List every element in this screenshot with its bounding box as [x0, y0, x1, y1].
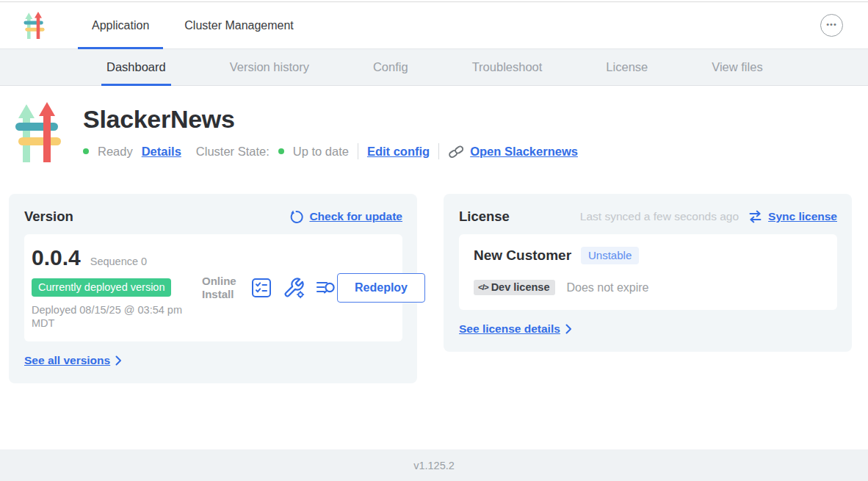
license-card-title: License	[459, 209, 510, 225]
cluster-state-value: Up to date	[293, 145, 349, 159]
primary-tabs: Application Cluster Management	[78, 2, 315, 48]
edit-config-link[interactable]: Edit config	[367, 145, 430, 159]
app-status-row: Ready Details Cluster State: Up to date …	[83, 143, 587, 159]
version-meta: Online Install	[202, 275, 337, 300]
license-type-tag: </> Dev license	[474, 280, 555, 295]
cluster-status-dot	[278, 148, 284, 154]
brand-logo-icon	[23, 2, 46, 48]
deployed-status-badge: Currently deployed version	[32, 278, 171, 297]
license-summary-panel: New Customer Unstable </> Dev license Do…	[459, 234, 837, 310]
divider	[358, 143, 358, 159]
license-type-label: Dev license	[491, 281, 550, 293]
slackernews-logo	[15, 101, 63, 164]
more-menu-button[interactable]: •••	[820, 14, 843, 37]
tab-troubleshoot-label: Troubleshoot	[472, 60, 543, 74]
version-number-row: 0.0.4 Sequence 0	[32, 245, 195, 270]
tab-cluster-management-label: Cluster Management	[184, 19, 294, 32]
code-icon: </>	[478, 283, 488, 292]
license-expiry: Does not expire	[566, 281, 648, 294]
chain-link-icon	[448, 145, 465, 159]
version-card-header: Version Check for update	[24, 209, 402, 225]
refresh-icon	[289, 209, 304, 225]
tab-version-history-label: Version history	[230, 60, 309, 74]
open-app-link-label: Open Slackernews	[470, 145, 578, 159]
application-logo	[15, 101, 63, 167]
footer: v1.125.2	[0, 449, 868, 481]
dashboard-cards: Version Check for update	[0, 194, 868, 383]
check-for-update-link[interactable]: Check for update	[289, 209, 402, 225]
check-for-update-label: Check for update	[309, 210, 402, 223]
open-app-link[interactable]: Open Slackernews	[448, 145, 578, 159]
app-header-text: SlackerNews Ready Details Cluster State:…	[83, 101, 587, 167]
tab-cluster-management[interactable]: Cluster Management	[170, 2, 308, 48]
tab-dashboard-label: Dashboard	[106, 60, 166, 74]
tab-application[interactable]: Application	[78, 2, 163, 48]
see-license-details-link[interactable]: See license details	[459, 322, 572, 336]
tab-license-label: License	[606, 60, 648, 74]
admin-console: Application Cluster Management ••• Dashb…	[0, 0, 868, 481]
page-title: SlackerNews	[83, 105, 587, 134]
deploy-logs-icon[interactable]	[315, 277, 337, 299]
customer-name: New Customer	[474, 247, 571, 264]
app-status-text: Ready	[98, 145, 133, 159]
version-number: 0.0.4	[32, 245, 81, 270]
sync-license-link[interactable]: Sync license	[748, 209, 837, 224]
top-navbar: Application Cluster Management •••	[0, 2, 868, 49]
license-card-actions: Last synced a few seconds ago Sync licen…	[580, 209, 837, 224]
tab-troubleshoot[interactable]: Troubleshoot	[467, 49, 548, 85]
last-synced-text: Last synced a few seconds ago	[580, 210, 739, 223]
edit-config-icon[interactable]	[283, 277, 305, 299]
app-header: SlackerNews Ready Details Cluster State:…	[0, 101, 868, 167]
topnav-spacer	[315, 2, 820, 48]
app-status-dot	[83, 148, 89, 154]
details-link[interactable]: Details	[142, 145, 181, 159]
chevron-right-icon	[565, 324, 572, 334]
ellipsis-icon: •••	[826, 21, 837, 29]
channel-badge: Unstable	[581, 247, 639, 264]
tab-license[interactable]: License	[601, 49, 653, 85]
console-version: v1.125.2	[413, 460, 455, 471]
see-all-versions-label: See all versions	[24, 354, 110, 367]
chevron-right-icon	[115, 355, 122, 366]
preflight-checks-icon[interactable]	[250, 277, 272, 299]
license-card: License Last synced a few seconds ago Sy…	[444, 194, 852, 352]
customer-row: New Customer Unstable	[474, 247, 822, 264]
redeploy-button[interactable]: Redeploy	[337, 273, 425, 303]
version-card: Version Check for update	[9, 194, 417, 383]
see-all-versions-link[interactable]: See all versions	[24, 354, 122, 367]
sync-arrows-icon	[748, 209, 763, 224]
license-card-header: License Last synced a few seconds ago Sy…	[459, 209, 837, 225]
tab-config[interactable]: Config	[368, 49, 413, 85]
sync-license-label: Sync license	[768, 210, 837, 223]
secondary-navbar: Dashboard Version history Config Trouble…	[0, 49, 868, 86]
license-type-row: </> Dev license Does not expire	[474, 280, 822, 295]
tab-application-label: Application	[92, 19, 149, 32]
dashboard-content: SlackerNews Ready Details Cluster State:…	[0, 86, 868, 449]
install-type-label: Online Install	[202, 275, 240, 300]
tab-dashboard[interactable]: Dashboard	[101, 49, 171, 85]
slackernews-logo-icon	[23, 11, 46, 40]
version-card-title: Version	[24, 209, 73, 225]
tab-config-label: Config	[373, 60, 408, 74]
tab-view-files-label: View files	[712, 60, 762, 74]
current-version-panel: 0.0.4 Sequence 0 Currently deployed vers…	[24, 234, 402, 341]
version-card-actions: Check for update	[289, 209, 402, 225]
deployed-timestamp: Deployed 08/15/25 @ 03:54 pm MDT	[32, 303, 189, 330]
sequence-label: Sequence 0	[90, 256, 147, 267]
divider	[438, 143, 439, 159]
tab-view-files[interactable]: View files	[706, 49, 767, 85]
cluster-state-label: Cluster State:	[196, 145, 270, 159]
version-info: 0.0.4 Sequence 0 Currently deployed vers…	[32, 245, 195, 330]
tab-version-history[interactable]: Version history	[225, 49, 314, 85]
see-license-details-label: See license details	[459, 322, 560, 336]
